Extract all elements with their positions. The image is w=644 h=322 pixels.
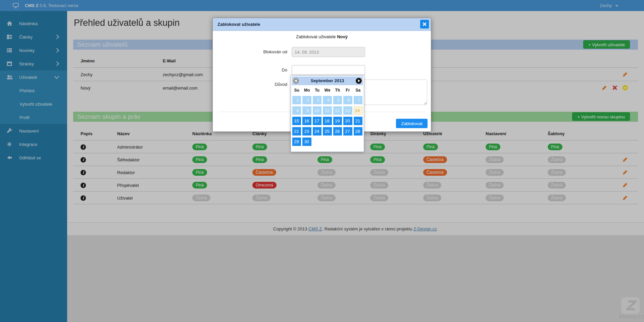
dow-label: Su <box>292 88 301 93</box>
day-19[interactable]: 19 <box>333 117 342 125</box>
modal-header: Zablokovat uživatele <box>213 18 431 31</box>
day-2: 2 <box>302 96 311 104</box>
day-4: 4 <box>323 96 332 104</box>
dow-label: We <box>323 88 332 93</box>
day-5: 5 <box>333 96 342 104</box>
day-29[interactable]: 29 <box>292 138 301 146</box>
day-empty <box>323 138 332 146</box>
dow-label: Sa <box>354 88 362 93</box>
day-16[interactable]: 16 <box>302 117 311 125</box>
day-empty <box>333 138 342 146</box>
blocked-to-label: Do <box>213 65 287 75</box>
datepicker-header: September 2013 <box>292 76 363 85</box>
reason-label: Důvod <box>213 82 287 87</box>
day-27[interactable]: 27 <box>343 127 352 136</box>
day-8: 8 <box>292 106 301 115</box>
close-icon <box>423 22 427 26</box>
day-18[interactable]: 18 <box>323 117 332 125</box>
dow-label: Fr <box>343 88 352 93</box>
day-of-week-row: SuMoTuWeThFrSa <box>292 88 362 93</box>
day-15[interactable]: 15 <box>292 117 301 125</box>
day-empty <box>343 138 352 146</box>
day-14: 14 <box>354 106 362 115</box>
modal-intro: Zablokovat uživatele Nový <box>213 34 431 39</box>
next-month-button[interactable] <box>356 78 362 84</box>
day-3: 3 <box>313 96 321 104</box>
day-21[interactable]: 21 <box>354 117 362 125</box>
day-empty <box>354 138 362 146</box>
blocked-from-label: Blokován od <box>213 47 287 57</box>
triangle-right-icon <box>358 79 360 82</box>
screen: CMS Z 0.8, Testovací verze Zechy Nástěnk… <box>0 0 644 322</box>
month-year-title: September 2013 <box>292 76 363 85</box>
day-17[interactable]: 17 <box>313 117 321 125</box>
day-7: 7 <box>354 96 362 104</box>
day-30[interactable]: 30 <box>302 138 311 146</box>
day-28[interactable]: 28 <box>354 127 362 136</box>
blocked-user-name: Nový <box>337 34 348 39</box>
stahuj-logo: Z <box>621 297 640 314</box>
day-12: 12 <box>333 106 342 115</box>
day-10: 10 <box>313 106 321 115</box>
blocked-from-input <box>292 47 365 57</box>
day-13: 13 <box>343 106 352 115</box>
block-submit-button[interactable]: Zablokovat <box>396 119 428 128</box>
day-6: 6 <box>343 96 352 104</box>
datepicker-grid: 1234567891011121314151617181920212223242… <box>292 96 362 146</box>
blocked-to-input[interactable] <box>292 65 365 75</box>
dow-label: Mo <box>302 88 311 93</box>
stahuj-watermark: Z STAHUJ.CZ <box>619 297 641 319</box>
datepicker: September 2013 SuMoTuWeThFrSa 1234567891… <box>291 75 364 152</box>
day-24[interactable]: 24 <box>313 127 321 136</box>
day-9: 9 <box>302 106 311 115</box>
day-23[interactable]: 23 <box>302 127 311 136</box>
day-20[interactable]: 20 <box>343 117 352 125</box>
prev-month-button <box>293 78 299 84</box>
modal-close-button[interactable] <box>420 20 429 29</box>
stahuj-label: STAHUJ.CZ <box>619 315 641 319</box>
day-empty <box>313 138 321 146</box>
triangle-left-icon <box>295 79 297 82</box>
day-26[interactable]: 26 <box>333 127 342 136</box>
dow-label: Tu <box>313 88 321 93</box>
day-22[interactable]: 22 <box>292 127 301 136</box>
day-1: 1 <box>292 96 301 104</box>
day-11: 11 <box>323 106 332 115</box>
dow-label: Th <box>333 88 342 93</box>
modal-title: Zablokovat uživatele <box>213 18 431 31</box>
day-25[interactable]: 25 <box>323 127 332 136</box>
